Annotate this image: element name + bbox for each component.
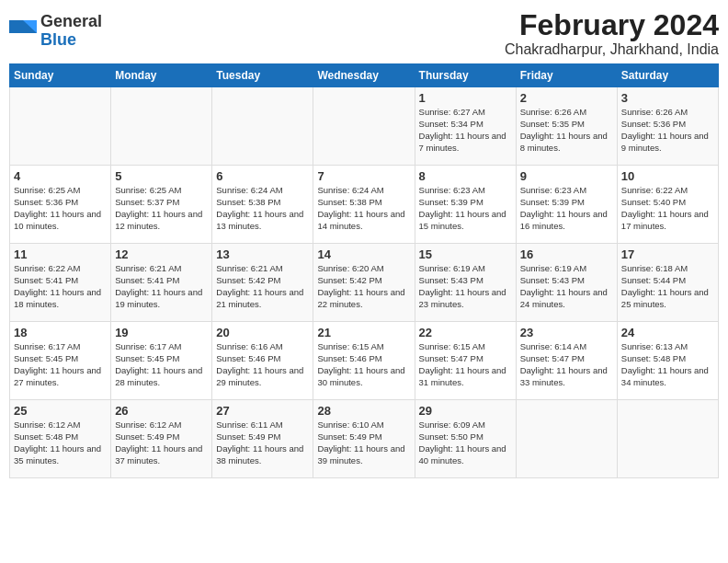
day-number: 23 — [520, 326, 613, 339]
logo-blue: Blue — [40, 31, 102, 50]
cell-info: Sunrise: 6:18 AM Sunset: 5:44 PM Dayligh… — [621, 263, 714, 310]
cell-info: Sunrise: 6:21 AM Sunset: 5:42 PM Dayligh… — [216, 263, 309, 310]
header-row: SundayMondayTuesdayWednesdayThursdayFrid… — [10, 64, 719, 87]
calendar-cell: 9Sunrise: 6:23 AM Sunset: 5:39 PM Daylig… — [516, 166, 617, 244]
calendar-cell: 14Sunrise: 6:20 AM Sunset: 5:42 PM Dayli… — [313, 244, 415, 322]
calendar-cell — [10, 87, 111, 166]
week-row: 4Sunrise: 6:25 AM Sunset: 5:36 PM Daylig… — [10, 166, 719, 244]
week-row: 18Sunrise: 6:17 AM Sunset: 5:45 PM Dayli… — [10, 322, 719, 400]
calendar-cell: 7Sunrise: 6:24 AM Sunset: 5:38 PM Daylig… — [313, 166, 415, 244]
cell-info: Sunrise: 6:25 AM Sunset: 5:37 PM Dayligh… — [115, 185, 208, 232]
calendar-cell: 1Sunrise: 6:27 AM Sunset: 5:34 PM Daylig… — [415, 87, 516, 166]
calendar-cell: 23Sunrise: 6:14 AM Sunset: 5:47 PM Dayli… — [516, 322, 617, 400]
calendar-cell: 24Sunrise: 6:13 AM Sunset: 5:48 PM Dayli… — [617, 322, 718, 400]
day-number: 22 — [419, 326, 512, 339]
day-number: 14 — [317, 247, 410, 261]
header-cell-thursday: Thursday — [415, 64, 516, 87]
header-cell-monday: Monday — [111, 64, 212, 87]
cell-info: Sunrise: 6:19 AM Sunset: 5:43 PM Dayligh… — [520, 263, 613, 310]
cell-info: Sunrise: 6:14 AM Sunset: 5:47 PM Dayligh… — [520, 341, 613, 388]
calendar-cell: 28Sunrise: 6:10 AM Sunset: 5:49 PM Dayli… — [313, 400, 415, 478]
logo: General Blue — [9, 13, 102, 50]
calendar-cell: 12Sunrise: 6:21 AM Sunset: 5:41 PM Dayli… — [111, 244, 212, 322]
cell-info: Sunrise: 6:25 AM Sunset: 5:36 PM Dayligh… — [14, 185, 107, 232]
calendar-cell: 25Sunrise: 6:12 AM Sunset: 5:48 PM Dayli… — [10, 400, 111, 478]
calendar-cell: 21Sunrise: 6:15 AM Sunset: 5:46 PM Dayli… — [313, 322, 415, 400]
day-number: 29 — [419, 404, 512, 418]
cell-info: Sunrise: 6:09 AM Sunset: 5:50 PM Dayligh… — [419, 419, 512, 466]
calendar-table: SundayMondayTuesdayWednesdayThursdayFrid… — [9, 63, 719, 478]
header-cell-tuesday: Tuesday — [212, 64, 313, 87]
day-number: 21 — [317, 326, 410, 339]
calendar-cell: 5Sunrise: 6:25 AM Sunset: 5:37 PM Daylig… — [111, 166, 212, 244]
calendar-cell: 16Sunrise: 6:19 AM Sunset: 5:43 PM Dayli… — [516, 244, 617, 322]
day-number: 3 — [621, 91, 714, 105]
cell-info: Sunrise: 6:16 AM Sunset: 5:46 PM Dayligh… — [216, 341, 309, 388]
cell-info: Sunrise: 6:27 AM Sunset: 5:34 PM Dayligh… — [419, 107, 512, 154]
header-cell-friday: Friday — [516, 64, 617, 87]
cell-info: Sunrise: 6:19 AM Sunset: 5:43 PM Dayligh… — [419, 263, 512, 310]
calendar-cell — [516, 400, 617, 478]
day-number: 19 — [115, 326, 208, 339]
day-number: 1 — [419, 91, 512, 105]
calendar-cell: 11Sunrise: 6:22 AM Sunset: 5:41 PM Dayli… — [10, 244, 111, 322]
cell-info: Sunrise: 6:26 AM Sunset: 5:35 PM Dayligh… — [520, 107, 613, 154]
cell-info: Sunrise: 6:17 AM Sunset: 5:45 PM Dayligh… — [14, 341, 107, 388]
day-number: 7 — [317, 169, 410, 183]
day-number: 27 — [216, 404, 309, 418]
calendar-cell: 29Sunrise: 6:09 AM Sunset: 5:50 PM Dayli… — [415, 400, 516, 478]
week-row: 25Sunrise: 6:12 AM Sunset: 5:48 PM Dayli… — [10, 400, 719, 478]
cell-info: Sunrise: 6:22 AM Sunset: 5:40 PM Dayligh… — [621, 185, 714, 232]
week-row: 11Sunrise: 6:22 AM Sunset: 5:41 PM Dayli… — [10, 244, 719, 322]
day-number: 20 — [216, 326, 309, 339]
week-row: 1Sunrise: 6:27 AM Sunset: 5:34 PM Daylig… — [10, 87, 719, 166]
cell-info: Sunrise: 6:15 AM Sunset: 5:47 PM Dayligh… — [419, 341, 512, 388]
day-number: 26 — [115, 404, 208, 418]
cell-info: Sunrise: 6:26 AM Sunset: 5:36 PM Dayligh… — [621, 107, 714, 154]
cell-info: Sunrise: 6:22 AM Sunset: 5:41 PM Dayligh… — [14, 263, 107, 310]
calendar-cell: 13Sunrise: 6:21 AM Sunset: 5:42 PM Dayli… — [212, 244, 313, 322]
day-number: 28 — [317, 404, 410, 418]
logo-text: General Blue — [40, 13, 102, 50]
calendar-cell: 6Sunrise: 6:24 AM Sunset: 5:38 PM Daylig… — [212, 166, 313, 244]
day-number: 9 — [520, 169, 613, 183]
calendar-cell — [111, 87, 212, 166]
calendar-cell: 3Sunrise: 6:26 AM Sunset: 5:36 PM Daylig… — [617, 87, 718, 166]
day-number: 12 — [115, 247, 208, 261]
day-number: 4 — [14, 169, 107, 183]
calendar-cell: 4Sunrise: 6:25 AM Sunset: 5:36 PM Daylig… — [10, 166, 111, 244]
cell-info: Sunrise: 6:24 AM Sunset: 5:38 PM Dayligh… — [216, 185, 309, 232]
calendar-cell: 22Sunrise: 6:15 AM Sunset: 5:47 PM Dayli… — [415, 322, 516, 400]
logo-icon — [9, 20, 37, 42]
day-number: 16 — [520, 247, 613, 261]
calendar-cell: 20Sunrise: 6:16 AM Sunset: 5:46 PM Dayli… — [212, 322, 313, 400]
header: General Blue February 2024 Chakradharpur… — [9, 9, 719, 58]
cell-info: Sunrise: 6:21 AM Sunset: 5:41 PM Dayligh… — [115, 263, 208, 310]
cell-info: Sunrise: 6:15 AM Sunset: 5:46 PM Dayligh… — [317, 341, 410, 388]
svg-rect-2 — [9, 33, 37, 42]
day-number: 25 — [14, 404, 107, 418]
calendar-cell: 26Sunrise: 6:12 AM Sunset: 5:49 PM Dayli… — [111, 400, 212, 478]
calendar-cell: 27Sunrise: 6:11 AM Sunset: 5:49 PM Dayli… — [212, 400, 313, 478]
cell-info: Sunrise: 6:10 AM Sunset: 5:49 PM Dayligh… — [317, 419, 410, 466]
day-number: 2 — [520, 91, 613, 105]
cell-info: Sunrise: 6:17 AM Sunset: 5:45 PM Dayligh… — [115, 341, 208, 388]
header-cell-sunday: Sunday — [10, 64, 111, 87]
cell-info: Sunrise: 6:13 AM Sunset: 5:48 PM Dayligh… — [621, 341, 714, 388]
calendar-cell: 18Sunrise: 6:17 AM Sunset: 5:45 PM Dayli… — [10, 322, 111, 400]
day-number: 18 — [14, 326, 107, 339]
cell-info: Sunrise: 6:23 AM Sunset: 5:39 PM Dayligh… — [520, 185, 613, 232]
cell-info: Sunrise: 6:23 AM Sunset: 5:39 PM Dayligh… — [419, 185, 512, 232]
calendar-cell: 8Sunrise: 6:23 AM Sunset: 5:39 PM Daylig… — [415, 166, 516, 244]
cell-info: Sunrise: 6:12 AM Sunset: 5:48 PM Dayligh… — [14, 419, 107, 466]
calendar-cell: 15Sunrise: 6:19 AM Sunset: 5:43 PM Dayli… — [415, 244, 516, 322]
header-cell-saturday: Saturday — [617, 64, 718, 87]
day-number: 24 — [621, 326, 714, 339]
day-number: 17 — [621, 247, 714, 261]
calendar-cell: 10Sunrise: 6:22 AM Sunset: 5:40 PM Dayli… — [617, 166, 718, 244]
day-number: 11 — [14, 247, 107, 261]
subtitle: Chakradharpur, Jharkhand, India — [505, 41, 719, 58]
calendar-cell: 17Sunrise: 6:18 AM Sunset: 5:44 PM Dayli… — [617, 244, 718, 322]
calendar-cell: 2Sunrise: 6:26 AM Sunset: 5:35 PM Daylig… — [516, 87, 617, 166]
main-title: February 2024 — [505, 9, 719, 41]
